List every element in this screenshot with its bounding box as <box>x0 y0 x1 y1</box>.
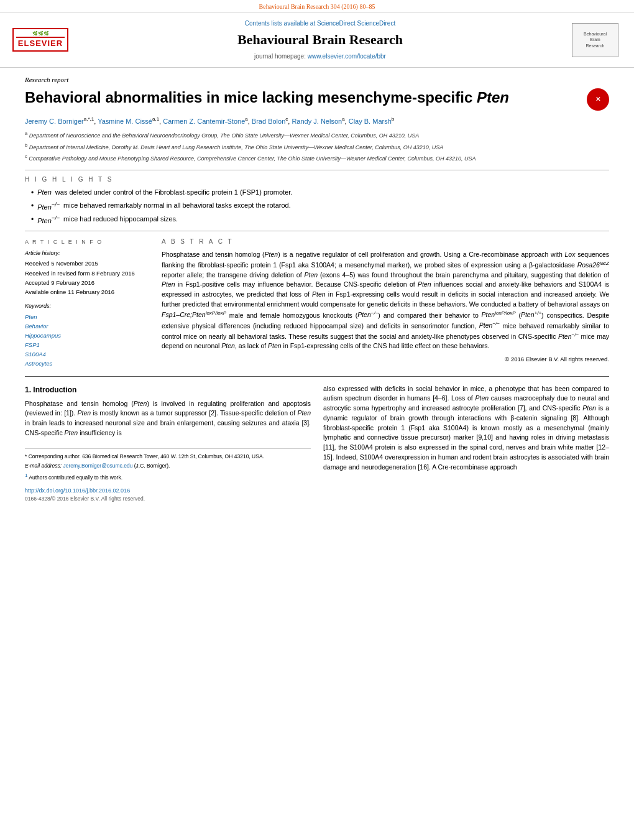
elsevier-logo: 🌿🌿🌿 ELSEVIER <box>12 28 68 52</box>
authors-list: Jeremy C. Bornigera,*,1, Yasmine M. Ciss… <box>25 116 609 126</box>
keyword-6: Astrocytes <box>25 359 149 368</box>
author-6: Clay B. Marsh <box>349 118 392 125</box>
info-abstract-columns: A R T I C L E I N F O Article history: R… <box>25 238 609 369</box>
highlight-item-2: Pten−/− mice behaved remarkably normal i… <box>31 201 609 212</box>
highlight-item-1: Pten was deleted under control of the Fi… <box>31 188 609 198</box>
abstract-text: Phosphatase and tensin homolog (Pten) is… <box>162 250 609 352</box>
homepage-url[interactable]: www.elsevier.com/locate/bbr <box>308 53 386 60</box>
keyword-1: Pten <box>25 312 149 321</box>
crossmark-badge: ✕ <box>587 88 609 111</box>
divider-3 <box>25 376 609 377</box>
journal-logo-right: BehaviouralBrainResearch <box>572 23 622 57</box>
affiliation-c: c Comparative Pathology and Mouse Phenot… <box>25 153 609 164</box>
issn-text: 0166-4328/© 2016 Elsevier B.V. All right… <box>25 495 311 503</box>
journal-title: Behavioural Brain Research <box>75 30 566 50</box>
keyword-5: S100A4 <box>25 349 149 359</box>
author-5: Randy J. Nelson <box>292 118 342 125</box>
introduction-heading: 1. Introduction <box>25 384 311 395</box>
keywords-section: Keywords: Pten Behavior Hippocampus FSP1… <box>25 302 149 369</box>
right-col-paragraph-1: also expressed with deficits in social b… <box>323 384 609 473</box>
article-info-label: A R T I C L E I N F O <box>25 238 149 246</box>
page-container: Behavioural Brain Research 304 (2016) 80… <box>0 0 634 510</box>
doi-link[interactable]: http://dx.doi.org/10.1016/j.bbr.2016.02.… <box>25 487 311 496</box>
available-date: Available online 11 February 2016 <box>25 287 149 297</box>
also-expressed-highlight: also expressed <box>323 385 368 392</box>
report-type: Research report <box>25 75 609 85</box>
copyright-text: © 2016 Elsevier B.V. All rights reserved… <box>162 355 609 363</box>
article-title-text: Behavioral abnormalities in mice lacking… <box>25 87 581 108</box>
footnote-corresponding: * Corresponding author. 636 Biomedical R… <box>25 453 311 461</box>
received-date: Received 5 November 2015 <box>25 259 149 268</box>
article-info-column: A R T I C L E I N F O Article history: R… <box>25 238 149 369</box>
body-columns: 1. Introduction Phosphatase and tensin h… <box>25 384 609 503</box>
accepted-date: Accepted 9 February 2016 <box>25 278 149 287</box>
body-left-column: 1. Introduction Phosphatase and tensin h… <box>25 384 311 503</box>
abstract-section: A B S T R A C T Phosphatase and tensin h… <box>162 238 609 364</box>
divider-2 <box>25 231 609 231</box>
abstract-column: A B S T R A C T Phosphatase and tensin h… <box>162 238 609 369</box>
affiliations: a Department of Neuroscience and the Beh… <box>25 130 609 164</box>
main-content: Research report Behavioral abnormalities… <box>0 68 634 510</box>
sciencedirect-text: Contents lists available at ScienceDirec… <box>75 19 566 28</box>
journal-citation-bar: Behavioural Brain Research 304 (2016) 80… <box>0 0 634 13</box>
history-label: Article history: <box>25 249 149 257</box>
abstract-label: A B S T R A C T <box>162 238 609 246</box>
author-3: Carmen Z. Cantemir-Stone <box>163 118 245 125</box>
journal-homepage: journal homepage: www.elsevier.com/locat… <box>75 52 566 61</box>
keyword-4: FSP1 <box>25 340 149 349</box>
crossmark-icon: ✕ <box>587 88 609 111</box>
keyword-2: Behavior <box>25 321 149 331</box>
affiliation-b: b Department of Internal Medicine, Dorot… <box>25 142 609 152</box>
divider-1 <box>25 170 609 170</box>
highlights-list: Pten was deleted under control of the Fi… <box>25 188 609 226</box>
header-center: Contents lists available at ScienceDirec… <box>75 19 566 61</box>
highlights-section: H I G H L I G H T S Pten was deleted und… <box>25 175 609 226</box>
affiliation-a: a Department of Neuroscience and the Beh… <box>25 130 609 141</box>
author-1: Jeremy C. Borniger <box>25 118 84 125</box>
highlights-label: H I G H L I G H T S <box>25 175 609 184</box>
elsevier-brand: ELSEVIER <box>16 37 65 49</box>
journal-citation: Behavioural Brain Research 304 (2016) 80… <box>259 3 375 10</box>
journal-logo-box: BehaviouralBrainResearch <box>572 23 618 57</box>
keyword-3: Hippocampus <box>25 331 149 340</box>
article-info: A R T I C L E I N F O Article history: R… <box>25 238 149 369</box>
footnote-email: E-mail address: Jeremy.Borniger@osumc.ed… <box>25 462 311 470</box>
author-2: Yasmine M. Cissé <box>98 118 152 125</box>
article-title-container: Behavioral abnormalities in mice lacking… <box>25 87 609 111</box>
footnotes: * Corresponding author. 636 Biomedical R… <box>25 448 311 482</box>
journal-header: 🌿🌿🌿 ELSEVIER Contents lists available at… <box>0 13 634 68</box>
body-right-column: also expressed with deficits in social b… <box>323 384 609 503</box>
revised-date: Received in revised form 8 February 2016 <box>25 269 149 278</box>
highlight-item-3: Pten−/− mice had reduced hippocampal siz… <box>31 215 609 226</box>
footnote-equal: 1 Authors contributed equally to this wo… <box>25 472 311 482</box>
keywords-label: Keywords: <box>25 302 149 310</box>
author-4: Brad Bolon <box>252 118 285 125</box>
intro-paragraph-1: Phosphatase and tensin homolog (Pten) is… <box>25 399 311 438</box>
